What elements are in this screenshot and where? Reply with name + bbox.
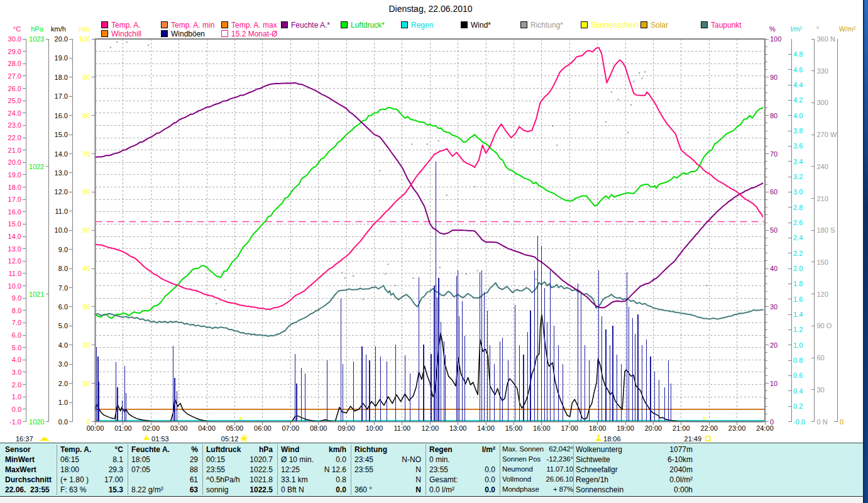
x-axis-label: 09:00 (338, 424, 355, 432)
axis-label-lm2: 0.8 (793, 357, 803, 364)
axis-label-lm2: 4.4 (793, 81, 803, 89)
axis-label-temp: 19.0 (8, 171, 21, 179)
axis-label-min: 100 (79, 35, 90, 43)
direction-dot (474, 186, 475, 187)
axis-label-dir: 300 (817, 99, 828, 106)
axis-label-dir: 330 (817, 67, 828, 75)
axis-label-temp: 14.0 (8, 233, 21, 240)
axis-label-temp: 28.0 (8, 60, 21, 67)
axis-label-temp: 22.0 (8, 134, 21, 141)
axis-label-pct: 90 (770, 74, 777, 81)
direction-dot (388, 263, 389, 265)
direction-dot (552, 126, 554, 127)
direction-dot (110, 47, 111, 48)
axis-label-dir: 90 O (817, 322, 832, 329)
axis-label-lm2: 2.4 (793, 234, 803, 241)
axis-label-temp: 20.0 (8, 158, 21, 166)
axis-label-pct: 40 (770, 265, 777, 272)
x-axis-label: 04:00 (198, 424, 216, 432)
x-axis-label: 17:00 (561, 424, 578, 432)
x-axis-label: 23:00 (728, 424, 746, 432)
x-axis-label: 08:00 (310, 424, 327, 432)
axis-label-temp: 21.0 (8, 146, 21, 154)
x-axis-label: 00:00 (87, 424, 104, 432)
table-cell-value: 26.06.10 (479, 475, 573, 483)
axis-label-lm2: 1.0 (793, 341, 803, 349)
direction-dot (344, 277, 346, 279)
direction-dot (446, 194, 448, 196)
axis-label-kmh: 2.0 (58, 380, 68, 387)
x-axis-label: 20:00 (645, 424, 662, 432)
axis-label-temp: 9.0 (12, 294, 21, 302)
sun-moon-time: 18:06 (603, 435, 621, 443)
table-column-unit: km/h (252, 445, 346, 454)
axis-unit-dir: ° (816, 25, 819, 33)
axis-label-kmh: 11.0 (55, 207, 68, 215)
axis-label-lm2: 1.8 (793, 280, 803, 287)
axis-label-hpa: 1020 (29, 418, 44, 426)
axis-label-lm2: 4.0 (793, 112, 803, 119)
axis-label-temp: 16.0 (8, 208, 21, 216)
direction-dot (605, 121, 607, 123)
axis-label-temp: -1.0 (9, 418, 21, 426)
x-axis-label: 14:00 (477, 424, 495, 432)
axis-label-temp: 24.0 (8, 109, 21, 117)
table-cell-value: 1077m (598, 445, 693, 454)
axis-label-dir: 60 (817, 354, 825, 362)
axis-label-lm2: 3.8 (793, 127, 803, 135)
x-axis-label: 10:00 (366, 424, 383, 432)
axis-label-kmh: 7.0 (58, 284, 68, 292)
axis-label-lm2: 3.0 (793, 188, 803, 196)
axis-label-dir: 120 (817, 290, 828, 298)
axis-label-temp: 10.0 (8, 282, 21, 290)
axis-label-temp: 26.0 (8, 85, 21, 92)
direction-dot (439, 267, 441, 268)
axis-label-temp: 2.0 (12, 381, 21, 389)
direction-dot (618, 99, 619, 100)
direction-dot (477, 270, 478, 271)
direction-dot (438, 140, 439, 141)
axis-label-dir: 30 (817, 386, 825, 394)
x-axis-label: 05:00 (226, 424, 244, 432)
direction-dot (341, 272, 343, 274)
axis-label-pct: 100 (770, 35, 781, 43)
axis-label-kmh: 16.0 (55, 112, 68, 119)
axis-label-kmh: 20.0 (55, 35, 68, 43)
axis-label-kmh: 13.0 (55, 169, 68, 177)
axis-label-lm2: 2.8 (793, 204, 803, 211)
axis-label-kmh: 0.0 (58, 418, 68, 426)
axis-label-pct: 10 (770, 380, 777, 387)
axis-label-kmh: 17.0 (55, 92, 68, 100)
axis-label-lm2: 2.6 (793, 219, 803, 226)
axis-label-hpa: 1022 (29, 163, 44, 170)
axis-label-lm2: 2.2 (793, 250, 803, 257)
axis-unit-min: min (79, 25, 90, 33)
axis-label-lm2: 1.2 (793, 326, 803, 333)
series-luftdruck (96, 108, 763, 318)
direction-dot (466, 274, 467, 275)
direction-dot (395, 285, 396, 286)
axis-unit-pct: % (769, 25, 776, 33)
axis-label-kmh: 15.0 (55, 131, 68, 138)
axis-label-lm2: 4.6 (793, 66, 803, 74)
moon-rise-icon (40, 438, 49, 441)
direction-dot (644, 71, 646, 72)
axis-unit-kmh: km/h (51, 25, 66, 33)
axis-label-kmh: 3.0 (58, 360, 68, 368)
bottom-strip (0, 497, 863, 503)
axis-label-min: 70 (82, 150, 90, 158)
axis-label-temp: 23.0 (8, 121, 21, 129)
axis-label-temp: 12.0 (8, 257, 21, 265)
axis-label-lm2: 3.6 (793, 142, 803, 150)
axis-label-min: 60 (82, 188, 90, 196)
direction-dot (630, 104, 632, 106)
axis-label-temp: 27.0 (8, 72, 21, 80)
axis-label-dir: 150 (817, 258, 828, 266)
table-column-header: Richtung (354, 445, 387, 454)
x-axis-label: 16:00 (533, 424, 551, 432)
x-axis-label: 24:00 (756, 424, 774, 432)
direction-dot (413, 277, 414, 279)
direction-dot (633, 81, 634, 82)
axis-label-pct: 30 (770, 303, 777, 311)
table-cell-value: N-NO (327, 455, 421, 464)
